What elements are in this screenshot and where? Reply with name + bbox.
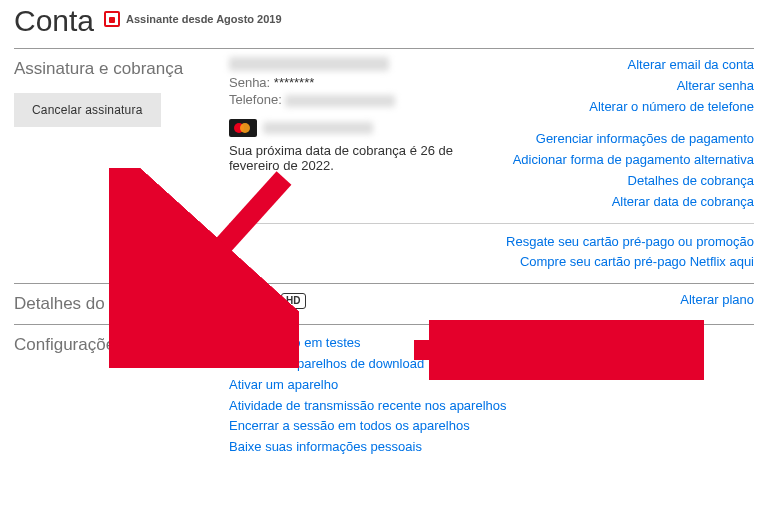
giftcard-links: Resgate seu cartão pré-pago ou promoção … <box>506 232 754 274</box>
plan-info: Padrão HD <box>229 290 672 311</box>
member-since-text: Assinante desde Agosto 2019 <box>126 13 281 25</box>
cancel-subscription-button[interactable]: Cancelar assinatura <box>14 93 161 127</box>
link-buy-giftcard[interactable]: Compre seu cartão pré-pago Netflix aqui <box>506 252 754 273</box>
link-download-info[interactable]: Baixe suas informações pessoais <box>229 437 746 458</box>
plan-name: Padrão <box>229 293 273 308</box>
mastercard-icon <box>229 119 257 137</box>
section-settings: Configurações Participação em testes Ger… <box>14 331 754 458</box>
section-label-settings: Configurações <box>14 331 229 355</box>
account-page: Conta Assinante desde Agosto 2019 Assina… <box>14 0 754 458</box>
section-giftcard: Resgate seu cartão pré-pago ou promoção … <box>14 232 754 274</box>
link-add-backup-payment[interactable]: Adicionar forma de pagamento alternativa <box>513 150 754 171</box>
sub-divider <box>229 223 754 224</box>
password-value: ******** <box>274 75 314 90</box>
member-since-badge: Assinante desde Agosto 2019 <box>104 11 281 27</box>
section-plan: Detalhes do plano Padrão HD Alterar plan… <box>14 290 754 314</box>
link-activate-device[interactable]: Ativar um aparelho <box>229 375 746 396</box>
divider <box>14 324 754 325</box>
calendar-icon <box>104 11 120 27</box>
payment-method <box>229 119 505 137</box>
phone-value-redacted <box>285 95 395 107</box>
link-manage-download-devices[interactable]: Gerenciar aparelhos de download <box>229 354 746 375</box>
link-change-email[interactable]: Alterar email da conta <box>513 55 754 76</box>
membership-info: Senha: ******** Telefone: Sua próxima da… <box>229 55 505 213</box>
link-change-password[interactable]: Alterar senha <box>513 76 754 97</box>
section-membership: Assinatura e cobrança Cancelar assinatur… <box>14 55 754 213</box>
link-manage-payment[interactable]: Gerenciar informações de pagamento <box>513 129 754 150</box>
password-label: Senha: <box>229 75 270 90</box>
link-billing-details[interactable]: Detalhes de cobrança <box>513 171 754 192</box>
link-sign-out-all[interactable]: Encerrar a sessão em todos os aparelhos <box>229 416 746 437</box>
email-value-redacted <box>229 57 389 71</box>
link-change-billing-day[interactable]: Alterar data de cobrança <box>513 192 754 213</box>
divider <box>14 283 754 284</box>
page-title: Conta <box>14 4 94 38</box>
divider <box>14 48 754 49</box>
section-label-membership: Assinatura e cobrança Cancelar assinatur… <box>14 55 229 127</box>
next-billing-text: Sua próxima data de cobrança é 26 de fev… <box>229 143 505 173</box>
section-label-plan: Detalhes do plano <box>14 290 229 314</box>
link-change-phone[interactable]: Alterar o número de telefone <box>513 97 754 118</box>
card-number-redacted <box>263 122 373 134</box>
settings-links: Participação em testes Gerenciar aparelh… <box>229 331 746 458</box>
link-test-participation[interactable]: Participação em testes <box>229 333 746 354</box>
hd-badge: HD <box>281 293 305 309</box>
membership-links-col: Alterar email da conta Alterar senha Alt… <box>513 55 754 213</box>
page-header: Conta Assinante desde Agosto 2019 <box>14 0 754 38</box>
link-change-plan[interactable]: Alterar plano <box>680 290 754 311</box>
link-redeem[interactable]: Resgate seu cartão pré-pago ou promoção <box>506 232 754 253</box>
phone-label: Telefone: <box>229 92 282 107</box>
link-recent-streaming[interactable]: Atividade de transmissão recente nos apa… <box>229 396 746 417</box>
